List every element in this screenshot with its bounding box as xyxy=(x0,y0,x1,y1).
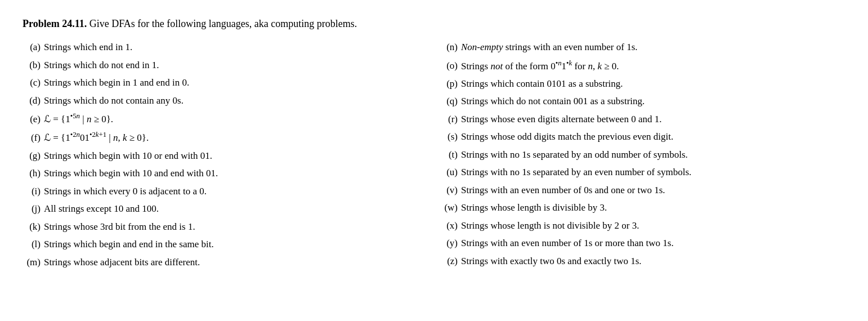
list-item: (r)Strings whose even digits alternate b… xyxy=(440,112,845,127)
item-label: (n) xyxy=(440,40,461,55)
list-item: (p)Strings which contain 0101 as a subst… xyxy=(440,77,845,91)
list-item: (e)ℒ = {1•5n | n ≥ 0}. xyxy=(23,111,428,126)
item-text: Strings which begin with 10 or end with … xyxy=(44,149,428,163)
item-text: Strings whose 3rd bit from the end is 1. xyxy=(44,220,428,234)
item-label: (m) xyxy=(23,255,44,270)
item-text: Strings not of the form 0•n1•k for n, k … xyxy=(461,58,845,73)
item-text: Strings which do not contain 001 as a su… xyxy=(461,94,845,109)
item-text: Strings which end in 1. xyxy=(44,40,428,55)
item-text: Strings in which every 0 is adjacent to … xyxy=(44,184,428,199)
item-label: (l) xyxy=(23,237,44,252)
list-item: (l)Strings which begin and end in the sa… xyxy=(23,237,428,252)
item-label: (x) xyxy=(440,219,461,233)
item-text: Strings which begin and end in the same … xyxy=(44,237,428,252)
list-item: (h)Strings which begin with 10 and end w… xyxy=(23,166,428,181)
item-label: (z) xyxy=(440,254,461,269)
item-label: (a) xyxy=(23,40,44,55)
list-item: (y)Strings with an even number of 1s or … xyxy=(440,236,845,251)
item-label: (c) xyxy=(23,75,44,90)
list-item: (n)Non-empty strings with an even number… xyxy=(440,40,845,55)
item-text: Strings whose length is divisible by 3. xyxy=(461,200,845,215)
list-item: (c)Strings which begin in 1 and end in 0… xyxy=(23,75,428,90)
item-text: Non-empty strings with an even number of… xyxy=(461,40,845,55)
item-label: (j) xyxy=(23,202,44,216)
item-label: (s) xyxy=(440,130,461,144)
item-text: All strings except 10 and 100. xyxy=(44,202,428,216)
list-item: (i)Strings in which every 0 is adjacent … xyxy=(23,184,428,199)
list-item: (b)Strings which do not end in 1. xyxy=(23,58,428,73)
columns-container: (a)Strings which end in 1.(b)Strings whi… xyxy=(23,40,845,273)
list-item: (s)Strings whose odd digits match the pr… xyxy=(440,130,845,144)
item-text: Strings whose odd digits match the previ… xyxy=(461,130,845,144)
list-item: (q)Strings which do not contain 001 as a… xyxy=(440,94,845,109)
item-text: Strings whose length is not divisible by… xyxy=(461,219,845,233)
problem-description: Give DFAs for the following languages, a… xyxy=(87,18,357,29)
item-label: (f) xyxy=(23,131,44,145)
item-label: (t) xyxy=(440,148,461,162)
item-text: ℒ = {1•5n | n ≥ 0}. xyxy=(44,111,428,126)
problem-header: Problem 24.11. Give DFAs for the followi… xyxy=(23,17,845,31)
list-item: (j)All strings except 10 and 100. xyxy=(23,202,428,216)
list-item: (g)Strings which begin with 10 or end wi… xyxy=(23,149,428,163)
list-item: (a)Strings which end in 1. xyxy=(23,40,428,55)
list-item: (o)Strings not of the form 0•n1•k for n,… xyxy=(440,58,845,73)
item-text: Strings which do not end in 1. xyxy=(44,58,428,73)
list-item: (m)Strings whose adjacent bits are diffe… xyxy=(23,255,428,270)
item-text: Strings with no 1s separated by an odd n… xyxy=(461,148,845,162)
list-item: (z)Strings with exactly two 0s and exact… xyxy=(440,254,845,269)
list-item: (v)Strings with an even number of 0s and… xyxy=(440,183,845,198)
item-text: Strings whose adjacent bits are differen… xyxy=(44,255,428,270)
item-label: (q) xyxy=(440,94,461,109)
item-label: (e) xyxy=(23,112,44,127)
item-label: (r) xyxy=(440,112,461,127)
list-item: (k)Strings whose 3rd bit from the end is… xyxy=(23,220,428,234)
item-label: (o) xyxy=(440,59,461,73)
item-label: (g) xyxy=(23,149,44,163)
item-label: (i) xyxy=(23,184,44,199)
list-item: (w)Strings whose length is divisible by … xyxy=(440,200,845,215)
item-text: Strings which contain 0101 as a substrin… xyxy=(461,77,845,91)
list-item: (t)Strings with no 1s separated by an od… xyxy=(440,148,845,162)
item-text: Strings with exactly two 0s and exactly … xyxy=(461,254,845,269)
item-label: (k) xyxy=(23,220,44,234)
right-column: (n)Non-empty strings with an even number… xyxy=(440,40,845,273)
item-label: (y) xyxy=(440,236,461,251)
item-text: Strings whose even digits alternate betw… xyxy=(461,112,845,127)
item-text: ℒ = {1•2n01•2k+1 | n, k ≥ 0}. xyxy=(44,130,428,145)
item-text: Strings with an even number of 0s and on… xyxy=(461,183,845,198)
item-label: (v) xyxy=(440,183,461,198)
list-item: (d)Strings which do not contain any 0s. xyxy=(23,93,428,108)
item-label: (p) xyxy=(440,77,461,91)
list-item: (u)Strings with no 1s separated by an ev… xyxy=(440,165,845,180)
list-item: (x)Strings whose length is not divisible… xyxy=(440,219,845,233)
left-column: (a)Strings which end in 1.(b)Strings whi… xyxy=(23,40,440,273)
item-text: Strings with an even number of 1s or mor… xyxy=(461,236,845,251)
item-label: (u) xyxy=(440,165,461,180)
item-text: Strings which begin in 1 and end in 0. xyxy=(44,75,428,90)
item-text: Strings which do not contain any 0s. xyxy=(44,93,428,108)
list-item: (f)ℒ = {1•2n01•2k+1 | n, k ≥ 0}. xyxy=(23,130,428,145)
item-label: (w) xyxy=(440,200,461,215)
item-label: (d) xyxy=(23,93,44,108)
problem-number: Problem 24.11. xyxy=(23,18,87,29)
item-label: (h) xyxy=(23,166,44,181)
item-text: Strings which begin with 10 and end with… xyxy=(44,166,428,181)
item-label: (b) xyxy=(23,58,44,73)
item-text: Strings with no 1s separated by an even … xyxy=(461,165,845,180)
